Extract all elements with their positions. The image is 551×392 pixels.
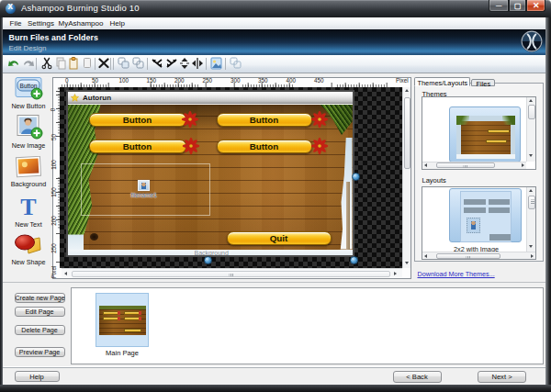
svg-text:T: T [20, 194, 36, 219]
